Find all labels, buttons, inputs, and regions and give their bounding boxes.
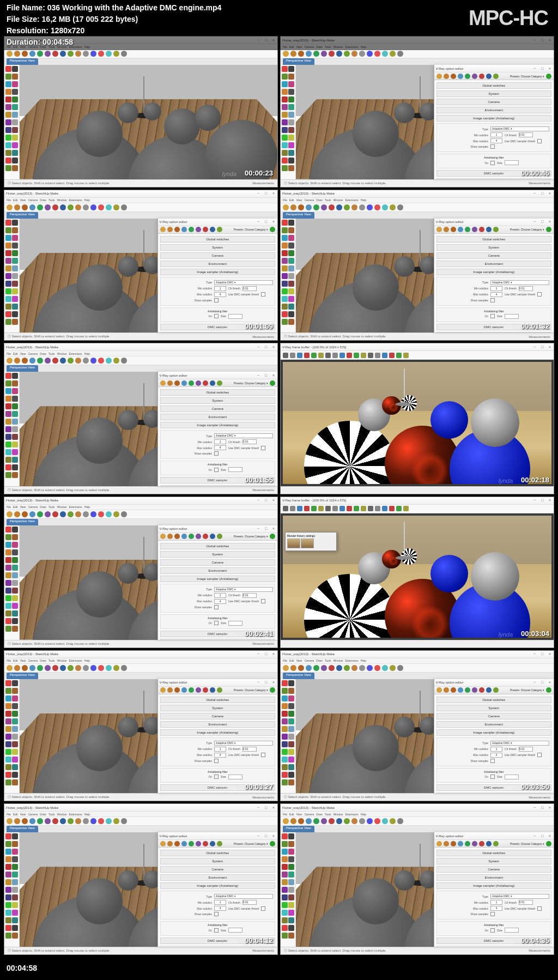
tool-icon[interactable] bbox=[5, 872, 11, 878]
tool-icon[interactable] bbox=[282, 764, 288, 770]
tool-icon[interactable] bbox=[12, 235, 18, 241]
sampler-type-dropdown[interactable]: Adaptive DMC ▾ bbox=[490, 741, 549, 746]
fb-tool-icon[interactable] bbox=[361, 353, 366, 358]
tool-icon[interactable] bbox=[288, 165, 294, 171]
tool-icon[interactable] bbox=[282, 757, 288, 763]
toolbar-icon[interactable] bbox=[29, 358, 35, 364]
panel-toolbar-icon[interactable] bbox=[217, 687, 222, 693]
min-subdivs-input[interactable]: 1 bbox=[214, 439, 226, 444]
tool-icon[interactable] bbox=[5, 734, 11, 740]
menu-item[interactable]: Edit bbox=[13, 659, 18, 662]
tool-icon[interactable] bbox=[288, 925, 294, 931]
tool-icon[interactable] bbox=[12, 856, 18, 862]
tool-icon[interactable] bbox=[288, 718, 294, 724]
fb-tool-icon[interactable] bbox=[304, 353, 310, 358]
panel-toolbar-icon[interactable] bbox=[479, 841, 484, 846]
max-subdivs-input[interactable]: 4 bbox=[214, 445, 226, 450]
menu-item[interactable]: Edit bbox=[289, 198, 294, 202]
toolbar-icon[interactable] bbox=[52, 204, 58, 210]
toolbar-icon[interactable] bbox=[351, 665, 357, 671]
panel-toolbar-icon[interactable] bbox=[196, 227, 201, 232]
thumbnail-frame[interactable]: Flutter_way(2013) - SketchUp Make − □ × … bbox=[280, 36, 554, 187]
tool-icon[interactable] bbox=[288, 243, 294, 249]
toolbar-icon[interactable] bbox=[60, 511, 66, 517]
panel-toolbar-icon[interactable] bbox=[458, 841, 463, 846]
toolbar-icon[interactable] bbox=[29, 511, 35, 517]
maximize-icon[interactable]: □ bbox=[264, 834, 268, 838]
maximize-icon[interactable]: □ bbox=[264, 345, 268, 349]
toolbar-icon[interactable] bbox=[121, 665, 127, 671]
tool-icon[interactable] bbox=[5, 419, 11, 425]
tool-icon[interactable] bbox=[5, 411, 11, 417]
tool-icon[interactable] bbox=[12, 396, 18, 402]
toolbar-icon[interactable] bbox=[113, 51, 119, 57]
toolbar-icon[interactable] bbox=[121, 204, 127, 210]
max-subdivs-input[interactable]: 4 bbox=[490, 292, 502, 297]
apply-icon[interactable] bbox=[546, 687, 551, 693]
menu-item[interactable]: Camera bbox=[28, 198, 38, 202]
tool-icon[interactable] bbox=[282, 288, 288, 294]
panel-toolbar-icon[interactable] bbox=[436, 227, 442, 232]
tool-icon[interactable] bbox=[12, 588, 18, 594]
panel-toolbar-icon[interactable] bbox=[189, 841, 194, 846]
toolbar-icon[interactable] bbox=[321, 204, 327, 210]
preset-dropdown[interactable]: Presets: Choose Category ▾ bbox=[510, 688, 544, 692]
panel-toolbar-icon[interactable] bbox=[174, 534, 180, 539]
section-camera[interactable]: Camera bbox=[436, 713, 551, 719]
section-camera[interactable]: Camera bbox=[160, 866, 275, 873]
rollout[interactable]: Color mapping bbox=[160, 639, 275, 640]
fb-tool-icon[interactable] bbox=[347, 506, 352, 511]
use-dmc-checkbox[interactable] bbox=[261, 446, 265, 450]
panel-toolbar-icon[interactable] bbox=[181, 687, 187, 693]
section-camera[interactable]: Camera bbox=[436, 99, 551, 105]
toolbar-icon[interactable] bbox=[45, 358, 51, 364]
maximize-icon[interactable]: □ bbox=[540, 498, 544, 503]
panel-toolbar-icon[interactable] bbox=[174, 841, 180, 846]
section-environment[interactable]: Environment bbox=[436, 721, 551, 728]
toolbar-icon[interactable] bbox=[329, 818, 335, 824]
tool-icon[interactable] bbox=[282, 779, 288, 785]
tool-icon[interactable] bbox=[12, 534, 18, 540]
section-global[interactable]: Global switches bbox=[436, 850, 551, 856]
toolbar-icon[interactable] bbox=[390, 204, 396, 210]
aa-size-input[interactable] bbox=[505, 314, 519, 319]
toolbar-icon[interactable] bbox=[22, 51, 28, 57]
max-subdivs-input[interactable]: 4 bbox=[490, 906, 502, 911]
tool-icon[interactable] bbox=[288, 680, 294, 686]
tool-icon[interactable] bbox=[5, 549, 11, 555]
toolbar-icon[interactable] bbox=[68, 51, 74, 57]
section-camera[interactable]: Camera bbox=[436, 866, 551, 873]
minimize-icon[interactable]: − bbox=[256, 680, 260, 685]
menu-item[interactable]: Tools bbox=[48, 352, 55, 355]
menu-item[interactable]: Extensions bbox=[69, 659, 82, 662]
panel-toolbar-icon[interactable] bbox=[196, 534, 201, 539]
sampler-type-dropdown[interactable]: Adaptive DMC ▾ bbox=[214, 741, 273, 746]
tool-icon[interactable] bbox=[12, 104, 18, 110]
tool-icon[interactable] bbox=[12, 917, 18, 923]
section-system[interactable]: System bbox=[160, 705, 275, 711]
tool-icon[interactable] bbox=[5, 220, 11, 226]
menu-item[interactable]: Window bbox=[57, 813, 67, 816]
minimize-icon[interactable]: − bbox=[532, 66, 537, 71]
panel-toolbar-icon[interactable] bbox=[479, 227, 484, 232]
max-subdivs-input[interactable]: 4 bbox=[214, 906, 226, 911]
tool-icon[interactable] bbox=[12, 688, 18, 694]
fb-tool-icon[interactable] bbox=[403, 506, 409, 511]
toolbar-icon[interactable] bbox=[374, 665, 380, 671]
min-subdivs-input[interactable]: 1 bbox=[490, 900, 502, 905]
tool-icon[interactable] bbox=[288, 220, 294, 226]
tool-icon[interactable] bbox=[282, 833, 288, 839]
tool-icon[interactable] bbox=[12, 603, 18, 609]
tool-icon[interactable] bbox=[5, 373, 11, 379]
toolbar-icon[interactable] bbox=[68, 511, 74, 517]
preset-dropdown[interactable]: Presets: Choose Category ▾ bbox=[510, 842, 544, 845]
section-system[interactable]: System bbox=[436, 705, 551, 711]
panel-toolbar-icon[interactable] bbox=[181, 534, 187, 539]
toolbar-icon[interactable] bbox=[359, 818, 365, 824]
tool-icon[interactable] bbox=[282, 142, 288, 148]
panel-toolbar-icon[interactable] bbox=[181, 227, 187, 232]
tool-icon[interactable] bbox=[5, 726, 11, 732]
toolbar-icon[interactable] bbox=[397, 51, 403, 57]
tool-icon[interactable] bbox=[282, 281, 288, 287]
toolbar-icon[interactable] bbox=[14, 665, 20, 671]
